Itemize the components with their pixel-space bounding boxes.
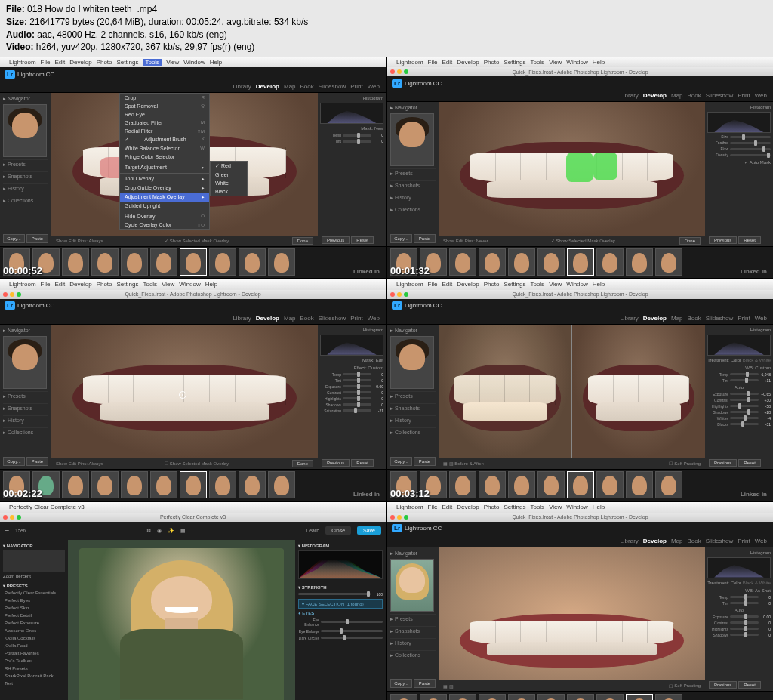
checkbox-icon[interactable]: ✓ — [744, 160, 748, 165]
slider[interactable] — [321, 621, 383, 623]
copy-button[interactable]: Copy... — [390, 234, 412, 243]
slider[interactable] — [730, 634, 759, 636]
preset-item[interactable]: Test — [3, 680, 65, 686]
done-button[interactable]: Done — [292, 460, 313, 467]
slider[interactable] — [730, 602, 759, 604]
previous-button[interactable]: Previous — [709, 459, 737, 467]
history-panel[interactable]: ▸ History — [3, 183, 48, 193]
rgb-histogram[interactable] — [298, 550, 383, 579]
slider[interactable] — [343, 379, 371, 381]
slider[interactable] — [343, 403, 371, 406]
menubar[interactable]: LightroomFileEditDevelopPhotoSettingsToo… — [387, 279, 773, 290]
tool-icon[interactable]: ✨ — [168, 528, 174, 534]
overlay-color-submenu[interactable]: Red Green White Black — [210, 161, 248, 196]
presets-panel[interactable]: ▸ Presets — [3, 159, 48, 169]
slider[interactable] — [730, 423, 759, 425]
slider[interactable] — [730, 379, 759, 381]
pc-canvas[interactable] — [68, 540, 295, 700]
navigator-preview[interactable] — [3, 336, 47, 389]
copy-button[interactable]: Copy... — [3, 234, 25, 243]
tool-icon[interactable]: ▦ — [180, 528, 186, 534]
slider[interactable] — [343, 391, 371, 393]
preset-item[interactable]: Awesome Ones — [3, 628, 65, 634]
done-button[interactable]: Done — [292, 237, 313, 245]
reset-button[interactable]: Reset — [351, 459, 374, 467]
module-picker[interactable]: LibraryDevelopMapBookSlideshowPrintWeb — [387, 313, 773, 325]
previous-button[interactable]: Previous — [709, 236, 737, 244]
paste-button[interactable]: Paste — [26, 457, 48, 466]
previous-button[interactable]: Previous — [322, 236, 350, 244]
preset-item[interactable]: jOolla Cocktails — [3, 635, 65, 641]
temp-slider[interactable] — [343, 134, 371, 137]
menubar[interactable]: LightroomFileEditDevelopPhotoSettingsToo… — [387, 502, 773, 513]
histogram[interactable] — [320, 103, 383, 124]
slider[interactable] — [730, 615, 759, 618]
slider[interactable] — [730, 621, 759, 624]
preset-item[interactable]: Portrait Favorites — [3, 650, 65, 656]
previous-button[interactable]: Previous — [709, 681, 737, 689]
main-canvas[interactable]: CropR Spot RemovalQ Red Eye Graduated Fi… — [51, 93, 318, 246]
main-canvas[interactable]: ▦ ▥☐ Soft Proofing — [439, 547, 705, 692]
slider[interactable] — [730, 411, 759, 413]
filmstrip[interactable] — [387, 691, 773, 700]
filmstrip[interactable] — [387, 469, 773, 501]
copy-button[interactable]: Copy... — [3, 457, 25, 466]
slider[interactable] — [321, 630, 383, 632]
reset-button[interactable]: Reset — [351, 236, 374, 244]
reset-button[interactable]: Reset — [738, 459, 761, 467]
checkbox-icon[interactable]: ✓ — [551, 238, 555, 243]
feather-slider[interactable] — [730, 142, 771, 144]
done-button[interactable]: Done — [679, 237, 701, 245]
slider[interactable] — [730, 405, 759, 407]
slider[interactable] — [321, 637, 383, 639]
module-picker[interactable]: LibraryDevelopMapBookSlideshowPrintWeb — [0, 313, 386, 325]
paste-button[interactable]: Paste — [414, 234, 436, 243]
save-button[interactable]: Save — [357, 526, 381, 535]
menubar[interactable]: LightroomFileEditDevelopPhotoSettingsToo… — [0, 279, 386, 290]
density-slider[interactable] — [730, 154, 771, 156]
slider[interactable] — [730, 596, 759, 598]
reset-button[interactable]: Reset — [738, 681, 761, 689]
collections-panel[interactable]: ▸ Collections — [3, 196, 48, 205]
navigator-preview[interactable] — [390, 336, 434, 389]
saturation-slider[interactable] — [343, 409, 371, 412]
close-button[interactable]: Close — [325, 526, 351, 535]
paste-button[interactable]: Paste — [414, 679, 436, 688]
module-picker[interactable]: LibraryDevelopMapBookSlideshowPrintWeb — [387, 90, 773, 102]
preset-item[interactable]: Perfect Detail — [3, 612, 65, 618]
tool-icon[interactable]: ◉ — [157, 528, 162, 534]
strength-slider[interactable] — [298, 593, 371, 595]
filmstrip[interactable] — [0, 246, 386, 278]
module-picker[interactable]: LibraryDevelopMapBookSlideshowPrintWeb — [387, 535, 773, 547]
snapshots-panel[interactable]: ▸ Snapshots — [3, 171, 48, 181]
preset-item[interactable]: Perfect Eyes — [3, 597, 65, 603]
main-canvas[interactable]: Before After ▦ ▥ Before & After:☐ Soft P… — [439, 325, 705, 469]
slider[interactable] — [343, 385, 371, 387]
flow-slider[interactable] — [730, 148, 771, 150]
slider[interactable] — [730, 399, 759, 401]
filmstrip[interactable] — [387, 246, 773, 278]
copy-button[interactable]: Copy... — [390, 679, 412, 688]
reset-button[interactable]: Reset — [738, 236, 761, 244]
tool-icon[interactable]: ⚙ — [146, 528, 151, 534]
menubar[interactable]: LightroomFileEditDevelopPhotoSettingsToo… — [0, 57, 386, 67]
menubar[interactable]: Perfectly Clear Complete v3 — [0, 502, 386, 513]
slider[interactable] — [730, 628, 759, 630]
size-slider[interactable] — [730, 136, 771, 138]
menubar[interactable]: LightroomFileEditDevelopPhotoSettingsToo… — [387, 57, 773, 67]
preset-item[interactable]: RH Presets — [3, 665, 65, 671]
previous-button[interactable]: Previous — [322, 459, 350, 467]
copy-button[interactable]: Copy... — [390, 457, 412, 466]
face-selection[interactable]: ▾ FACE SELECTION (1 found) — [298, 599, 383, 609]
paste-button[interactable]: Paste — [26, 234, 48, 243]
checkbox-icon[interactable]: ✓ — [165, 238, 168, 243]
preset-item[interactable]: Perfect Skin — [3, 605, 65, 611]
slider[interactable] — [730, 393, 759, 395]
preset-item[interactable]: SharkPixel Portrait Pack — [3, 673, 65, 679]
learn-link[interactable]: Learn — [306, 528, 319, 533]
slider[interactable] — [730, 417, 759, 419]
navigator-preview[interactable] — [390, 559, 434, 612]
menu-icon[interactable]: ☰ — [5, 528, 9, 534]
main-canvas[interactable]: Show Edit Pins: Never✓ Show Selected Mas… — [439, 102, 705, 246]
paste-button[interactable]: Paste — [414, 457, 436, 466]
